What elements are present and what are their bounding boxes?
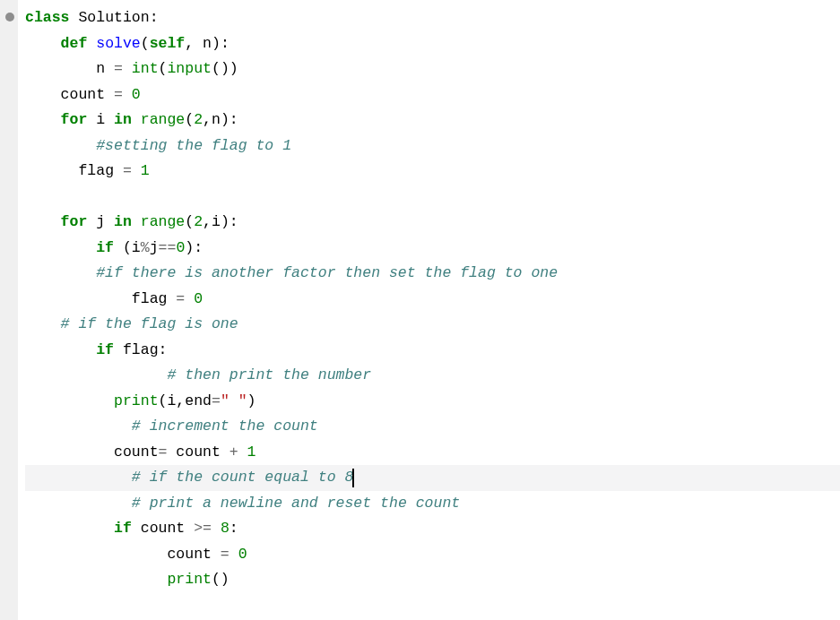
code-token: = xyxy=(123,162,132,179)
code-token: 0 xyxy=(132,86,141,103)
code-token: solve xyxy=(96,35,141,52)
code-token: 1 xyxy=(247,443,256,461)
code-line[interactable]: #if there is another factor then set the… xyxy=(25,261,840,287)
code-line[interactable]: count = 0 xyxy=(25,82,840,108)
code-token: count xyxy=(167,546,212,563)
code-line[interactable]: print(i,end=" ") xyxy=(25,389,840,415)
code-token: == xyxy=(159,239,177,256)
code-token: # then print the number xyxy=(167,366,371,383)
code-token: # if the count equal to 8 xyxy=(132,469,354,486)
code-line[interactable]: if (i%j==0): xyxy=(25,236,840,262)
code-token: i xyxy=(212,213,221,230)
code-token: j xyxy=(150,239,159,256)
code-line[interactable]: class Solution: xyxy=(25,5,840,31)
code-token: n xyxy=(203,35,212,52)
code-token: count xyxy=(176,443,221,461)
code-token: ( xyxy=(159,60,168,77)
code-token: flag xyxy=(123,341,159,358)
code-line[interactable]: # print a newline and reset the count xyxy=(25,491,840,517)
text-cursor xyxy=(352,469,354,487)
code-token: range xyxy=(141,213,186,230)
editor-gutter[interactable] xyxy=(0,0,18,620)
code-token: int xyxy=(132,60,159,77)
code-line[interactable]: for i in range(2,n): xyxy=(25,108,840,133)
code-token: print xyxy=(114,392,159,409)
code-line[interactable]: # then print the number xyxy=(25,363,840,389)
code-token: # increment the count xyxy=(132,418,318,435)
code-token: i xyxy=(167,392,176,409)
code-token: if xyxy=(96,341,114,358)
code-token: in xyxy=(114,213,132,230)
code-token: , xyxy=(203,213,212,230)
code-token: ()) xyxy=(212,60,238,77)
code-token: , xyxy=(203,111,212,128)
code-line[interactable] xyxy=(25,185,840,211)
code-line[interactable]: count = 0 xyxy=(25,542,840,568)
code-line[interactable]: flag = 1 xyxy=(25,159,840,185)
code-line[interactable]: # increment the count xyxy=(25,414,840,440)
code-token: end xyxy=(185,392,212,409)
code-token: count xyxy=(114,443,159,461)
code-token: 0 xyxy=(238,546,247,563)
code-token: # print a newline and reset the count xyxy=(132,495,460,512)
code-token: ( xyxy=(185,213,194,230)
code-token: #if there is another factor then set the… xyxy=(96,264,558,281)
code-token: #setting the flag to 1 xyxy=(96,137,291,154)
code-line[interactable]: #setting the flag to 1 xyxy=(25,133,840,159)
code-token: in xyxy=(114,111,132,128)
code-token: " " xyxy=(221,392,247,409)
code-token: i xyxy=(96,111,105,128)
code-token: count xyxy=(61,86,106,103)
code-token: if xyxy=(96,239,114,256)
code-token: () xyxy=(212,571,229,588)
code-token: if xyxy=(114,520,132,537)
code-token: 0 xyxy=(176,239,185,256)
code-token: range xyxy=(141,111,186,128)
code-line[interactable]: print() xyxy=(25,567,840,593)
code-line[interactable]: def solve(self, n): xyxy=(25,31,840,57)
code-line[interactable]: count= count + 1 xyxy=(25,440,840,466)
code-token: , xyxy=(176,392,185,409)
breakpoint-indicator[interactable] xyxy=(5,13,14,22)
code-token: for xyxy=(61,213,88,230)
code-token: 8 xyxy=(221,520,229,537)
code-token: + xyxy=(229,443,238,461)
code-token: flag xyxy=(78,162,114,179)
code-token: = xyxy=(159,443,168,461)
code-token: = xyxy=(212,392,221,409)
code-editor[interactable]: class Solution: def solve(self, n): n = … xyxy=(0,0,840,620)
code-token: 0 xyxy=(194,290,203,307)
code-token: = xyxy=(221,546,229,563)
code-token: Solution xyxy=(78,9,149,26)
code-token: flag xyxy=(132,290,168,307)
code-line[interactable]: if flag: xyxy=(25,338,840,364)
code-token: 2 xyxy=(194,213,203,230)
code-token: = xyxy=(176,290,185,307)
code-token: >= xyxy=(194,520,212,537)
code-token: 2 xyxy=(194,111,203,128)
code-line[interactable]: if count >= 8: xyxy=(25,516,840,542)
code-token: 1 xyxy=(141,162,150,179)
code-token: : xyxy=(159,341,168,358)
code-token: i xyxy=(132,239,141,256)
code-line[interactable]: n = int(input()) xyxy=(25,56,840,82)
code-token: ): xyxy=(185,239,203,256)
code-token: ( xyxy=(185,111,194,128)
code-line[interactable]: # if the count equal to 8 xyxy=(25,465,840,491)
code-token: # if the flag is one xyxy=(61,315,238,332)
code-token: class xyxy=(25,9,70,26)
code-token: count xyxy=(141,520,186,537)
code-line[interactable]: flag = 0 xyxy=(25,287,840,313)
code-token: ( xyxy=(141,35,150,52)
code-token: : xyxy=(150,9,159,26)
code-token: j xyxy=(96,213,105,230)
code-line[interactable]: for j in range(2,i): xyxy=(25,210,840,236)
code-token: n xyxy=(96,60,105,77)
code-token: = xyxy=(114,60,123,77)
code-token: self xyxy=(150,35,186,52)
code-token: ): xyxy=(221,213,238,230)
code-token: ): xyxy=(221,111,238,128)
code-line[interactable]: # if the flag is one xyxy=(25,312,840,338)
code-token: n xyxy=(212,111,221,128)
code-content-area[interactable]: class Solution: def solve(self, n): n = … xyxy=(18,0,840,620)
